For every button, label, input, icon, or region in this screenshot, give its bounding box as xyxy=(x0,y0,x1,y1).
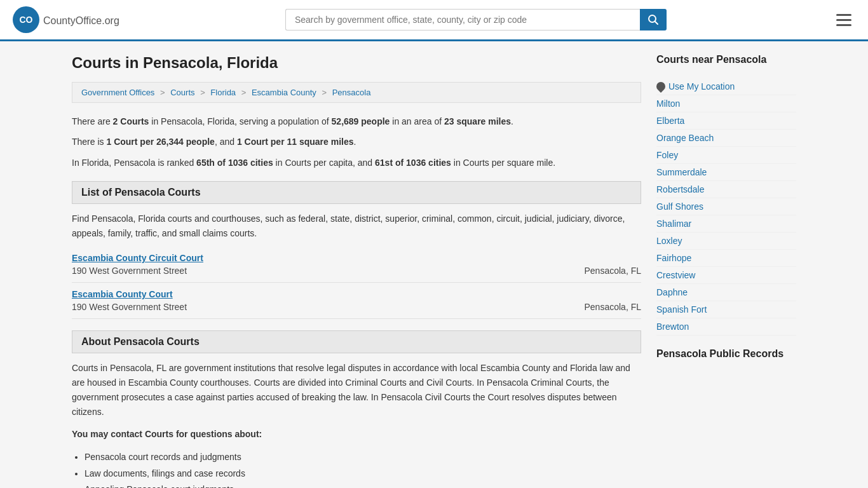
sidebar-link-foley[interactable]: Foley xyxy=(656,147,796,164)
sidebar-link-gulf-shores[interactable]: Gulf Shores xyxy=(656,198,796,215)
sidebar-link-milton[interactable]: Milton xyxy=(656,95,796,112)
logo-text: CountyOffice.org xyxy=(43,13,119,27)
sidebar: Courts near Pensacola Use My Location Mi… xyxy=(656,54,796,488)
sidebar-link-shalimar[interactable]: Shalimar xyxy=(656,215,796,233)
table-row: Escambia County Circuit Court 190 West G… xyxy=(72,247,641,283)
breadcrumb-county[interactable]: Escambia County xyxy=(252,88,316,97)
menu-line xyxy=(836,19,851,21)
summary-rank: In Florida, Pensacola is ranked 65th of … xyxy=(72,156,641,170)
breadcrumb-gov-offices[interactable]: Government Offices xyxy=(81,88,154,97)
use-my-location-link[interactable]: Use My Location xyxy=(656,78,796,95)
public-records-title: Pensacola Public Records xyxy=(656,348,796,363)
sidebar-link-robertsdale[interactable]: Robertsdale xyxy=(656,181,796,198)
summary-line1: There are 2 Courts in Pensacola, Florida… xyxy=(72,114,641,128)
breadcrumb-sep: > xyxy=(160,88,165,97)
logo[interactable]: CO CountyOffice.org xyxy=(13,6,119,33)
court-address-1: 190 West Government Street xyxy=(72,266,187,276)
about-description: Courts in Pensacola, FL are government i… xyxy=(72,361,641,419)
menu-line xyxy=(836,14,851,16)
location-icon xyxy=(654,80,667,93)
area: 23 square miles xyxy=(444,116,511,126)
logo-icon: CO xyxy=(13,6,39,33)
sidebar-link-elberta[interactable]: Elberta xyxy=(656,112,796,130)
breadcrumb-sep: > xyxy=(322,88,327,97)
about-section-header: About Pensacola Courts xyxy=(72,330,641,353)
breadcrumb-sep: > xyxy=(241,88,247,97)
menu-button[interactable] xyxy=(832,10,855,30)
search-button[interactable] xyxy=(640,9,667,30)
contact-list: Pensacola court records and judgments La… xyxy=(85,449,641,488)
breadcrumb-sep: > xyxy=(200,88,205,97)
breadcrumb-courts[interactable]: Courts xyxy=(170,88,194,97)
list-item: Law documents, filings and case records xyxy=(85,466,641,482)
court-name-2[interactable]: Escambia County Court xyxy=(72,289,641,299)
breadcrumb-city[interactable]: Pensacola xyxy=(332,88,371,97)
breadcrumb: Government Offices > Courts > Florida > … xyxy=(72,82,641,103)
nearby-title: Courts near Pensacola xyxy=(656,54,796,69)
table-row: Escambia County Court 190 West Governmen… xyxy=(72,283,641,319)
search-input[interactable] xyxy=(285,9,640,30)
search-area xyxy=(285,9,667,30)
per-capita: 1 Court per 26,344 people xyxy=(106,137,214,147)
sidebar-link-orange-beach[interactable]: Orange Beach xyxy=(656,130,796,147)
menu-line xyxy=(836,24,851,26)
sidebar-link-fairhope[interactable]: Fairhope xyxy=(656,250,796,267)
summary-line2: There is 1 Court per 26,344 people, and … xyxy=(72,135,641,149)
sidebar-link-crestview[interactable]: Crestview xyxy=(656,267,796,284)
sidebar-link-daphne[interactable]: Daphne xyxy=(656,284,796,301)
sidebar-link-brewton[interactable]: Brewton xyxy=(656,318,796,336)
page-title: Courts in Pensacola, Florida xyxy=(72,54,641,72)
court-city-1: Pensacola, FL xyxy=(585,266,642,276)
list-section-header: List of Pensacola Courts xyxy=(72,181,641,204)
rank-sqmi: 61st of 1036 cities xyxy=(375,158,451,168)
rank-capita: 65th of 1036 cities xyxy=(196,158,273,168)
sidebar-link-summerdale[interactable]: Summerdale xyxy=(656,164,796,181)
search-icon xyxy=(648,14,659,25)
court-city-2: Pensacola, FL xyxy=(585,302,642,312)
court-name-1[interactable]: Escambia County Circuit Court xyxy=(72,253,641,263)
court-list: Escambia County Circuit Court 190 West G… xyxy=(72,247,641,319)
sidebar-link-spanish-fort[interactable]: Spanish Fort xyxy=(656,301,796,318)
per-sqmi: 1 Court per 11 square miles xyxy=(237,137,354,147)
svg-line-3 xyxy=(654,22,658,25)
svg-text:CO: CO xyxy=(20,15,33,25)
use-location-label: Use My Location xyxy=(668,81,735,92)
list-description: Find Pensacola, Florida courts and court… xyxy=(72,212,641,240)
court-address-2: 190 West Government Street xyxy=(72,302,187,312)
population: 52,689 people xyxy=(332,116,390,126)
court-count: 2 Courts xyxy=(113,116,149,126)
sidebar-link-loxley[interactable]: Loxley xyxy=(656,233,796,250)
breadcrumb-florida[interactable]: Florida xyxy=(210,88,236,97)
list-item: Pensacola court records and judgments xyxy=(85,449,641,465)
contact-intro: You may contact Courts for questions abo… xyxy=(72,427,641,442)
list-item: Appealing Pensacola court judgments xyxy=(85,482,641,488)
